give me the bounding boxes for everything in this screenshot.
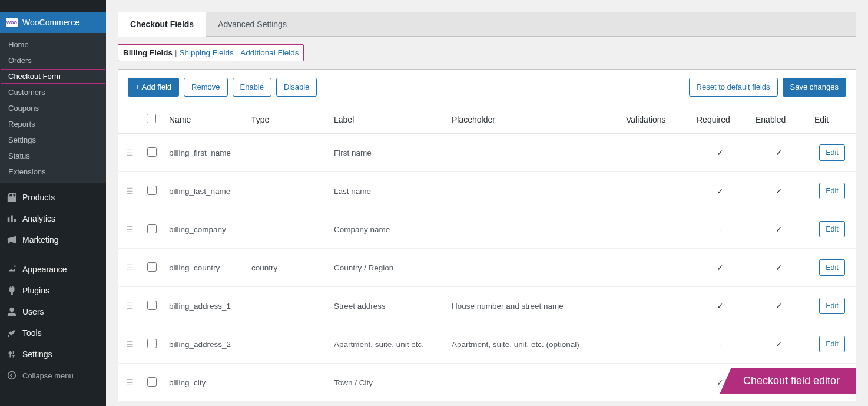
collapse-label: Collapse menu [22,371,74,380]
cell-validations [620,249,691,287]
cell-label: Apartment, suite, unit etc. [328,325,446,364]
sidebar-subitem-checkout-form[interactable]: Checkout Form [0,68,106,84]
appearance-icon [6,263,18,275]
sidebar-subitem-extensions[interactable]: Extensions [0,164,106,180]
drag-handle-icon[interactable]: ☰ [126,301,134,311]
edit-button[interactable]: Edit [819,259,845,276]
sidebar-item-users[interactable]: Users [0,301,106,322]
sidebar-item-plugins[interactable]: Plugins [0,280,106,301]
th-type: Type [246,105,328,134]
sidebar-item-woocommerce[interactable]: woo WooCommerce [0,12,106,33]
analytics-icon [6,213,18,225]
table-row: ☰billing_first_nameFirst name✓✓Edit [118,134,856,172]
sidebar-subitem-coupons[interactable]: Coupons [0,100,106,116]
table-row: ☰billing_address_1Street addressHouse nu… [118,287,856,325]
subtab-additional[interactable]: Additional Fields [240,48,299,57]
select-all-checkbox[interactable] [147,114,156,123]
edit-button[interactable]: Edit [819,183,845,199]
edit-button[interactable]: Edit [819,144,845,161]
remove-button[interactable]: Remove [184,78,227,97]
edit-button[interactable]: Edit [819,221,845,237]
cell-validations [620,364,691,402]
cell-label: Country / Region [328,249,446,287]
cell-type [246,325,328,364]
cell-type [246,134,328,172]
row-checkbox[interactable] [147,224,157,233]
sidebar-item-settings[interactable]: Settings [0,344,106,365]
sidebar-item-label: Tools [22,328,42,338]
collapse-menu[interactable]: Collapse menu [0,365,106,386]
sidebar-subitem-status[interactable]: Status [0,148,106,164]
tab-advanced-settings[interactable]: Advanced Settings [206,12,299,36]
cell-required: - [691,210,750,249]
sidebar-item-tools[interactable]: Tools [0,322,106,344]
cell-name: billing_last_name [163,172,246,210]
sidebar-item-label: Marketing [22,235,58,245]
cell-name: billing_first_name [163,134,246,172]
disable-button[interactable]: Disable [276,78,317,97]
page-tabs: Checkout Fields Advanced Settings [118,12,856,37]
sidebar-subitem-reports[interactable]: Reports [0,116,106,132]
cell-placeholder [446,249,620,287]
fields-panel: + Add field Remove Enable Disable Reset … [118,69,856,402]
subtab-shipping[interactable]: Shipping Fields [180,48,234,57]
tools-icon [6,327,18,339]
sidebar-subitem-home[interactable]: Home [0,37,106,52]
cell-placeholder: House number and street name [446,287,620,325]
cell-label: Town / City [328,364,446,402]
drag-handle-icon[interactable]: ☰ [126,148,134,157]
cell-enabled: ✓ [750,325,809,364]
table-row: ☰billing_countrycountryCountry / Region✓… [118,249,856,287]
th-required: Required [691,105,750,134]
cell-placeholder [446,172,620,210]
row-checkbox[interactable] [147,377,157,387]
sidebar-item-label: Appearance [22,265,67,274]
cell-validations [620,287,691,325]
drag-handle-icon[interactable]: ☰ [126,263,134,272]
row-checkbox[interactable] [147,301,157,310]
drag-handle-icon[interactable]: ☰ [126,186,134,196]
cell-name: billing_address_2 [163,325,246,364]
edit-button[interactable]: Edit [819,336,845,352]
sidebar-item-marketing[interactable]: Marketing [0,229,106,250]
reset-button[interactable]: Reset to default fields [689,78,778,97]
sidebar-item-analytics[interactable]: Analytics [0,208,106,229]
cell-name: billing_company [163,210,246,249]
th-name: Name [163,105,246,134]
cell-enabled: ✓ [750,249,809,287]
row-checkbox[interactable] [147,262,157,272]
sidebar-item-label: Products [22,193,55,202]
th-validations: Validations [620,105,691,134]
table-row: ☰billing_address_2Apartment, suite, unit… [118,325,856,364]
cell-required: ✓ [691,134,750,172]
sidebar-subitem-customers[interactable]: Customers [0,84,106,100]
subtab-billing[interactable]: Billing Fields [123,48,173,57]
sidebar-subitem-settings[interactable]: Settings [0,132,106,148]
sidebar-subitem-orders[interactable]: Orders [0,52,106,68]
tab-checkout-fields[interactable]: Checkout Fields [118,12,206,37]
cell-label: Last name [328,172,446,210]
table-row: ☰billing_last_nameLast name✓✓Edit [118,172,856,210]
cell-required: ✓ [691,249,750,287]
save-button[interactable]: Save changes [783,78,846,97]
row-checkbox[interactable] [147,339,157,348]
add-field-button[interactable]: + Add field [128,78,179,97]
drag-handle-icon[interactable]: ☰ [126,225,134,234]
drag-handle-icon[interactable]: ☰ [126,339,134,349]
cell-enabled: ✓ [750,172,809,210]
cell-validations [620,210,691,249]
enable-button[interactable]: Enable [233,78,271,97]
sidebar-item-appearance[interactable]: Appearance [0,259,106,280]
cell-placeholder [446,134,620,172]
sidebar-item-label: Settings [22,349,52,359]
edit-button[interactable]: Edit [819,298,845,314]
row-checkbox[interactable] [147,147,157,157]
section-subtabs: Billing Fields | Shipping Fields | Addit… [118,44,304,61]
sidebar-item-products[interactable]: Products [0,187,106,208]
cell-label: First name [328,134,446,172]
row-checkbox[interactable] [147,186,157,195]
products-icon [6,192,18,203]
woocommerce-icon: woo [6,16,18,28]
drag-handle-icon[interactable]: ☰ [126,378,134,387]
plugins-icon [6,285,18,296]
